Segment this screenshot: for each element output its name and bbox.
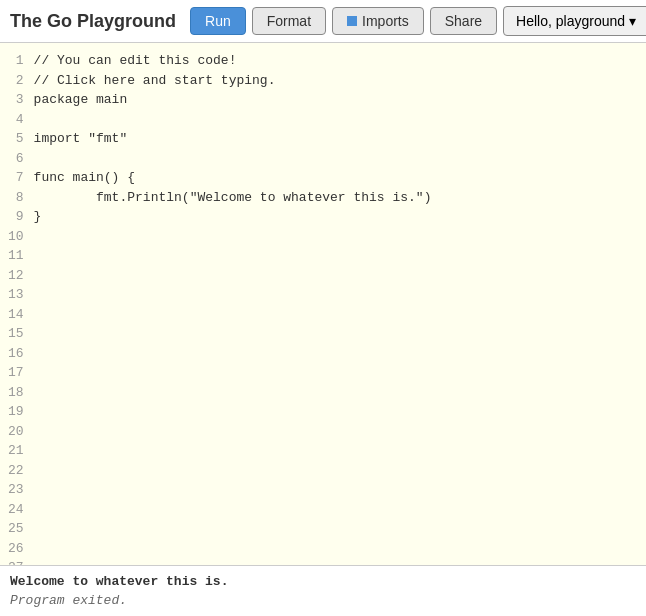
editor-area: 1234567891011121314151617181920212223242… — [0, 43, 646, 565]
code-editor[interactable]: // You can edit this code! // Click here… — [30, 43, 646, 565]
header: The Go Playground Run Format Imports Sha… — [0, 0, 646, 43]
format-button[interactable]: Format — [252, 7, 326, 35]
imports-button[interactable]: Imports — [332, 7, 424, 35]
program-exited-text: Program exited. — [10, 593, 636, 608]
line-numbers: 1234567891011121314151617181920212223242… — [0, 43, 30, 565]
hello-select[interactable]: Hello, playground ▾ — [503, 6, 646, 36]
code-container[interactable]: 1234567891011121314151617181920212223242… — [0, 43, 646, 565]
run-button[interactable]: Run — [190, 7, 246, 35]
output-area: Welcome to whatever this is. Program exi… — [0, 565, 646, 616]
output-text: Welcome to whatever this is. — [10, 574, 636, 589]
app-title: The Go Playground — [10, 11, 176, 32]
imports-square-icon — [347, 16, 357, 26]
share-button[interactable]: Share — [430, 7, 497, 35]
